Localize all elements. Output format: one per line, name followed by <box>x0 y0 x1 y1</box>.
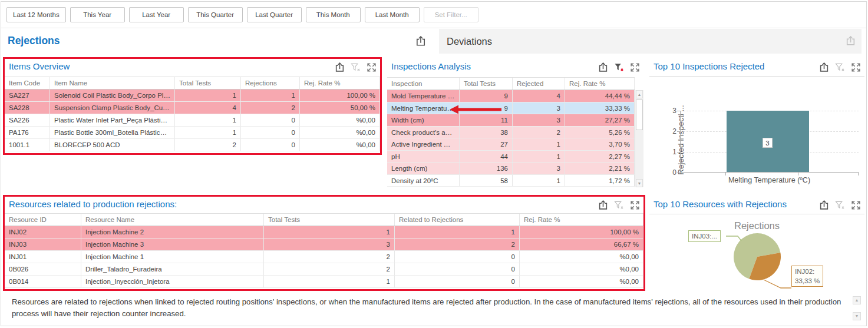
expand-icon[interactable] <box>630 200 640 210</box>
table-cell: 1 <box>264 276 395 287</box>
table-header-row: Item CodeItem NameTotal TestsRejectionsR… <box>5 77 380 90</box>
table-cell: 2 <box>241 102 300 114</box>
export-icon[interactable] <box>598 62 608 72</box>
column-header[interactable]: Related to Rejections <box>395 214 520 226</box>
table-row[interactable]: INJ01Injection Machine 120%0,00 <box>5 251 643 263</box>
dashboard-root: Last 12 Months This Year Last Year This … <box>1 1 867 326</box>
table-cell: 2 <box>395 238 520 250</box>
filter-this-month-button[interactable]: This Month <box>306 7 361 22</box>
column-header[interactable]: Total Tests <box>175 77 241 89</box>
table-cell: Density at 20ºC <box>387 175 460 187</box>
table-row[interactable]: 0B026Driller_Taladro_Furadeira20%0,00 <box>5 263 643 276</box>
scroll-up-button[interactable]: ▲ <box>853 296 861 304</box>
table-row[interactable]: Width (cm)11327,27 % <box>387 114 635 127</box>
table-row[interactable]: INJ02Injection Machine 211100,00 % <box>5 226 643 238</box>
filter-last-year-button[interactable]: Last Year <box>129 7 184 22</box>
table-row[interactable]: Density at 20ºC5811,72 % <box>387 175 635 187</box>
table-row[interactable]: INJ03Injection Machine 33266,67 % <box>5 238 643 251</box>
table-row[interactable]: Active Ingredient Conc...2713,70 % <box>387 138 635 151</box>
column-header[interactable]: Rej. Rate % <box>300 77 380 89</box>
x-tick-mark <box>725 173 726 175</box>
clear-filter-icon[interactable] <box>614 200 624 210</box>
table-row[interactable]: 0B014Injection_Inyección_Injetora10%0,00 <box>5 276 643 288</box>
table-cell: 38 <box>460 127 513 138</box>
scrollbar-thumb[interactable] <box>636 100 643 130</box>
export-icon[interactable] <box>846 36 856 46</box>
table-cell: 9 <box>460 90 513 102</box>
pie-callout-inj03[interactable]: INJ03:... <box>688 230 721 242</box>
column-header[interactable]: Item Code <box>5 77 50 89</box>
column-header[interactable]: Item Name <box>50 77 175 89</box>
tab-deviations-label: Deviations <box>447 29 492 54</box>
export-icon[interactable] <box>598 200 608 210</box>
filter-last-12-months-button[interactable]: Last 12 Months <box>6 7 66 22</box>
expand-icon[interactable] <box>630 62 640 72</box>
column-header[interactable]: Rejections <box>241 77 300 89</box>
table-cell: pH <box>387 151 460 163</box>
table-row[interactable]: Check product's appea...3825,26 % <box>387 127 635 139</box>
table-cell: Suspension Clamp Plastic Body_Cuer... <box>50 102 175 114</box>
tab-rejections[interactable]: Rejections <box>8 28 60 54</box>
table-cell: 27 <box>460 138 513 150</box>
column-header[interactable]: Rej. Rate % <box>565 78 635 90</box>
pie-callout-inj03-label: INJ03:... <box>692 233 717 240</box>
table-row[interactable]: SA228Suspension Clamp Plastic Body_Cuer.… <box>5 102 380 114</box>
column-header[interactable]: Rej. Rate % <box>520 214 643 226</box>
pie-callout-inj02[interactable]: INJ02: 33,33 % <box>791 266 823 287</box>
pie-chart[interactable] <box>649 213 864 289</box>
table-cell: 1 <box>395 226 520 238</box>
column-header[interactable]: Total Tests <box>460 78 513 90</box>
table-row[interactable]: Mold Temperature (ºC)9444,44 % <box>387 90 635 102</box>
scroll-down-button[interactable]: ▼ <box>853 312 861 320</box>
table-row[interactable]: Length (cm)13632,21 % <box>387 163 635 175</box>
export-icon[interactable] <box>335 62 345 72</box>
table-cell: Check product's appea... <box>387 127 460 138</box>
scroll-up-button[interactable]: ▲ <box>636 90 643 98</box>
table-cell: 1 <box>175 90 241 101</box>
tab-deviations[interactable]: Deviations <box>439 29 862 54</box>
column-header[interactable]: Rejected <box>513 78 565 90</box>
export-icon[interactable] <box>819 62 829 72</box>
vertical-scrollbar[interactable]: ▲ ▼ <box>635 90 643 187</box>
export-icon[interactable] <box>415 36 426 47</box>
column-header[interactable]: Resource Name <box>81 214 264 226</box>
table-row[interactable]: pH4412,27 % <box>387 151 635 163</box>
table-cell: Injection Machine 1 <box>81 251 264 263</box>
table-cell: %0,00 <box>300 114 380 126</box>
scroll-down-button[interactable]: ▼ <box>636 179 643 187</box>
table-cell: 1 <box>513 175 565 187</box>
inspections-analysis-title: Inspections Analysis <box>391 61 471 71</box>
table-cell: 3 <box>513 114 565 126</box>
clear-filter-icon[interactable] <box>351 62 361 72</box>
table-cell: 27,27 % <box>565 114 635 126</box>
filter-last-month-button[interactable]: Last Month <box>365 7 420 22</box>
table-cell: %0,00 <box>520 263 643 275</box>
table-cell: SA226 <box>5 114 50 126</box>
expand-icon[interactable] <box>851 200 861 210</box>
expand-icon[interactable] <box>367 62 377 72</box>
table-row[interactable]: SA227Solenoid Coil Plastic Body_Corpo Pl… <box>5 90 380 102</box>
clear-filter-active-icon[interactable] <box>614 62 624 72</box>
column-header[interactable]: Inspection <box>387 78 460 90</box>
clear-filter-icon[interactable] <box>835 62 845 72</box>
pie-callout-inj02-line2: 33,33 % <box>795 276 820 286</box>
expand-icon[interactable] <box>851 62 861 72</box>
table-row[interactable]: Melting Temperature (º...9333,33 % <box>387 102 635 115</box>
table-row[interactable]: PA176Plastic Bottle 300ml_Botella Plásti… <box>5 127 380 139</box>
items-overview-title: Items Overview <box>9 61 70 71</box>
set-filter-button[interactable]: Set Filter... <box>424 7 478 22</box>
clear-filter-icon[interactable] <box>835 200 845 210</box>
export-icon[interactable] <box>819 200 829 210</box>
table-row[interactable]: 1001.1BLORECEP 500 ACD20%0,00 <box>5 139 380 151</box>
column-header[interactable]: Resource ID <box>5 214 81 226</box>
table-cell: Width (cm) <box>387 114 460 126</box>
filter-last-quarter-button[interactable]: Last Quarter <box>247 7 302 22</box>
table-row[interactable]: SA226Plastic Water Inlet Part_Peça Plást… <box>5 114 380 127</box>
y-tick-mark <box>677 173 680 173</box>
table-cell: 44,44 % <box>565 90 635 102</box>
filter-this-year-button[interactable]: This Year <box>70 7 125 22</box>
table-cell: 9 <box>460 102 513 114</box>
filter-this-quarter-button[interactable]: This Quarter <box>188 7 243 22</box>
table-cell: PA176 <box>5 127 50 138</box>
column-header[interactable]: Total Tests <box>264 214 395 226</box>
